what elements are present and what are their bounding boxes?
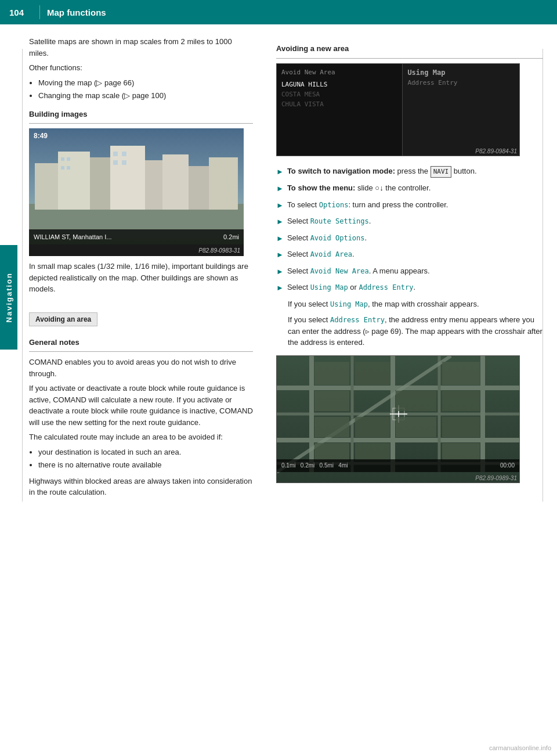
left-column: Satellite maps are shown in map scales f… [0,36,267,502]
svg-rect-8 [189,166,209,210]
building-scene [29,128,244,244]
instruction-text-0: To switch to navigation mode: press the … [287,165,543,178]
instruction-sub-1: If you select Using Map, the map with cr… [288,298,543,310]
page-number: 104 [9,8,32,17]
map-bottom-bar: 0.1mi 0.2mi 0.5mi 4mi 00:00 [277,459,519,472]
instr-bold-0: To switch to navigation mode: [287,167,395,175]
nav-item-2: CHULA VISTA [281,99,397,109]
mono-options: Options [319,201,349,209]
svg-rect-7 [162,154,189,210]
svg-rect-13 [67,166,70,170]
svg-rect-17 [122,160,126,165]
nav-item-1: COSTA MESA [281,89,397,99]
arrow-icon-6: ► [276,266,284,278]
svg-rect-40 [396,417,436,437]
building-section: Building images [29,109,253,295]
mono-address-entry-2: Address Entry [330,316,385,324]
building-divider [29,123,253,124]
instructions-list: ► To switch to navigation mode: press th… [276,165,543,348]
svg-rect-33 [355,362,390,385]
svg-rect-10 [61,157,64,161]
avoid-para2: If you activate or deactivate a route bl… [29,383,253,428]
map-time: 00:00 [500,462,515,469]
instruction-4: ► Select Avoid Options. [276,232,543,244]
arrow-icon-0: ► [276,166,284,178]
mono-avoid-options: Avoid Options [310,234,365,242]
avoid-bullet-0: your destination is located in such an a… [38,447,253,458]
intro-text: Satellite maps are shown in map scales f… [29,36,253,59]
nav-panel-right-title: Using Map [407,69,515,77]
svg-rect-38 [314,417,349,437]
instruction-5: ► Select Avoid Area. [276,249,543,261]
svg-rect-39 [355,417,390,437]
svg-rect-35 [396,391,436,411]
nav-screen: Avoid New Area LAGUNA HILLS COSTA MESA C… [276,63,520,156]
avoiding-new-divider [276,58,543,59]
svg-rect-14 [113,152,118,156]
navi-button: NAVI [431,166,452,178]
instruction-text-5: Select Avoid Area. [287,249,543,260]
other-functions-label: Other functions: [29,62,253,74]
svg-rect-6 [145,160,162,210]
instruction-text-6: Select Avoid New Area. A menu appears. [287,265,543,277]
instruction-7: ► Select Using Map or Address Entry. [276,282,543,294]
building-heading: Building images [29,109,253,120]
svg-rect-4 [90,157,110,210]
nav-panel-right: Using Map Address Entry [403,64,519,156]
building-description: In small map scales (1/32 mile, 1/16 mil… [29,261,253,295]
instruction-6: ► Select Avoid New Area. A menu appears. [276,265,543,278]
instruction-text-3: Select Route Settings. [287,215,543,227]
svg-rect-36 [442,362,480,385]
arrow-icon-5: ► [276,249,284,261]
general-notes-heading: General notes [29,337,253,348]
nav-panel-title: Avoid New Area [281,69,397,76]
svg-rect-2 [35,163,58,210]
instruction-3: ► Select Route Settings. [276,215,543,228]
arrow-icon-4: ► [276,233,284,244]
avoiding-box: Avoiding an area [29,312,97,326]
svg-rect-32 [314,362,349,385]
avoid-para3: The calculated route may include an area… [29,431,253,443]
svg-rect-34 [314,391,349,411]
svg-rect-37 [442,391,480,411]
main-content: Satellite maps are shown in map scales f… [0,24,557,502]
mono-using-map-2: Using Map [330,300,368,308]
building-bottom-bar: WILLIAM ST, Manhattan I... 0.2mi [29,229,244,244]
map-image-ref: P82.89-0989-31 [475,475,517,481]
svg-rect-42 [314,443,349,460]
building-timestamp: 8:49 [34,132,48,140]
avoid-bullets: your destination is located in such an a… [38,447,253,471]
right-column: Avoiding a new area Avoid New Area LAGUN… [267,36,557,502]
map-scale-left: 0.1mi 0.2mi 0.5mi 4mi [281,462,348,469]
arrow-icon-2: ► [276,200,284,211]
svg-rect-43 [355,443,390,460]
avoid-para1: COMAND enables you to avoid areas you do… [29,357,253,379]
avoiding-section: Avoiding an area General notes COMAND en… [29,304,253,498]
function-bullets: Moving the map (▷ page 66) Changing the … [38,77,253,102]
instruction-text-7: Select Using Map or Address Entry. [287,282,543,293]
avoid-para4: Highways within blocked areas are always… [29,476,253,498]
instruction-text-2: To select Options: turn and press the co… [287,199,543,211]
svg-rect-41 [442,417,480,437]
building-image: 8:49 WILLIAM ST, Manhattan I... 0.2mi P8… [29,128,244,256]
watermark: carmanualsonline.info [489,744,551,751]
mono-avoid-area: Avoid Area [310,250,352,258]
svg-rect-12 [61,166,64,170]
general-notes-divider [29,351,253,352]
building-street: WILLIAM ST, Manhattan I... [34,233,112,240]
instruction-text-1: To show the menu: slide ○↓ the controlle… [287,182,543,194]
instruction-sub-2: If you select Address Entry, the address… [288,314,543,348]
svg-rect-11 [67,157,70,161]
instruction-2: ► To select Options: turn and press the … [276,199,543,211]
instruction-0: ► To switch to navigation mode: press th… [276,165,543,178]
nav-item-0: LAGUNA HILLS [281,80,397,89]
mono-avoid-new-area: Avoid New Area [310,267,369,275]
nav-screen-ref: P82.89-0984-31 [475,148,517,154]
svg-rect-16 [113,160,118,165]
building-svg [29,128,244,239]
svg-rect-15 [122,152,126,156]
header-divider [39,5,40,19]
instruction-1: ► To show the menu: slide ○↓ the control… [276,182,543,195]
mono-route-settings: Route Settings [310,217,369,225]
arrow-icon-3: ► [276,216,284,228]
